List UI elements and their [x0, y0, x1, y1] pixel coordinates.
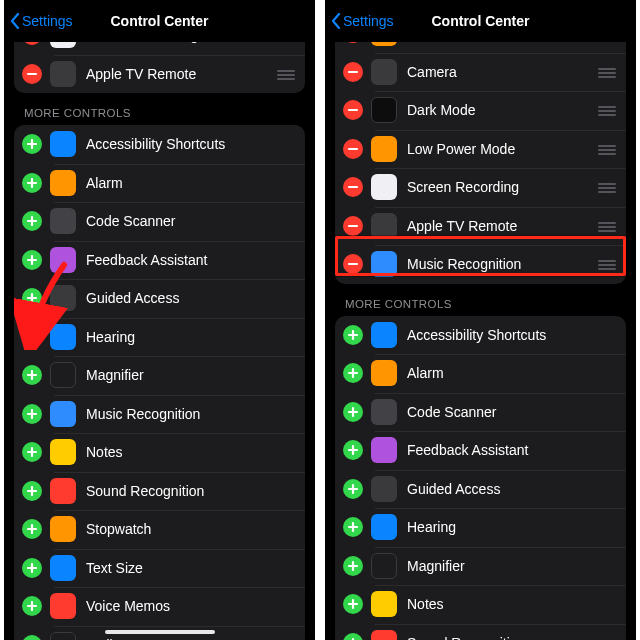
add-button[interactable] [343, 479, 363, 499]
app-icon [371, 213, 397, 239]
control-row: Music Recognition [335, 245, 626, 284]
app-icon [50, 131, 76, 157]
control-row: Notes [14, 433, 305, 472]
chevron-left-icon [331, 13, 341, 29]
app-icon [50, 632, 76, 640]
app-icon [50, 42, 76, 48]
control-label: Dark Mode [407, 102, 594, 118]
included-controls-card: Screen Recording Apple TV Remote [14, 42, 305, 93]
remove-button[interactable] [343, 62, 363, 82]
app-icon [50, 324, 76, 350]
control-label: Music Recognition [407, 256, 594, 272]
control-row: Feedback Assistant [14, 241, 305, 280]
control-row: Hearing [14, 318, 305, 357]
control-label: Voice Memos [86, 598, 295, 614]
control-label: Accessibility Shortcuts [407, 327, 616, 343]
add-button[interactable] [343, 556, 363, 576]
control-label: Accessibility Shortcuts [86, 136, 295, 152]
more-controls-card: Accessibility Shortcuts Alarm Code Scann… [335, 316, 626, 641]
add-button[interactable] [22, 250, 42, 270]
remove-button[interactable] [22, 64, 42, 84]
app-icon [50, 401, 76, 427]
control-label: Sound Recognition [407, 635, 616, 640]
more-controls-card: Accessibility Shortcuts Alarm Code Scann… [14, 125, 305, 640]
add-button[interactable] [343, 363, 363, 383]
back-label: Settings [22, 13, 73, 29]
control-row: Accessibility Shortcuts [14, 125, 305, 164]
control-label: Feedback Assistant [407, 442, 616, 458]
add-button[interactable] [22, 134, 42, 154]
section-more-controls: MORE CONTROLS [325, 284, 636, 316]
add-button[interactable] [22, 365, 42, 385]
included-controls-card: Calculator Camera Dark Mode Low Power Mo… [335, 42, 626, 284]
add-button[interactable] [22, 327, 42, 347]
app-icon [371, 514, 397, 540]
add-button[interactable] [22, 173, 42, 193]
control-row: Sound Recognition [14, 472, 305, 511]
control-label: Code Scanner [407, 404, 616, 420]
drag-handle-icon[interactable] [594, 143, 616, 155]
add-button[interactable] [22, 442, 42, 462]
control-label: Stopwatch [86, 521, 295, 537]
drag-handle-icon[interactable] [594, 66, 616, 78]
control-label: Music Recognition [86, 406, 295, 422]
control-row: Code Scanner [335, 393, 626, 432]
back-button[interactable]: Settings [331, 13, 394, 29]
control-row: Screen Recording [14, 42, 305, 55]
add-button[interactable] [22, 481, 42, 501]
control-label: Apple TV Remote [86, 66, 273, 82]
control-row: Magnifier [335, 547, 626, 586]
navbar: Settings Control Center [4, 0, 315, 42]
add-button[interactable] [343, 325, 363, 345]
add-button[interactable] [343, 633, 363, 640]
add-button[interactable] [22, 288, 42, 308]
add-button[interactable] [343, 594, 363, 614]
remove-button[interactable] [343, 139, 363, 159]
back-button[interactable]: Settings [10, 13, 73, 29]
drag-handle-icon[interactable] [273, 68, 295, 80]
remove-button[interactable] [343, 254, 363, 274]
control-row: Low Power Mode [335, 130, 626, 169]
control-label: Feedback Assistant [86, 252, 295, 268]
drag-handle-icon[interactable] [594, 258, 616, 270]
control-row: Accessibility Shortcuts [335, 316, 626, 355]
control-label: Apple TV Remote [407, 218, 594, 234]
app-icon [371, 476, 397, 502]
add-button[interactable] [22, 211, 42, 231]
control-label: Guided Access [86, 290, 295, 306]
control-row: Alarm [14, 164, 305, 203]
add-button[interactable] [22, 404, 42, 424]
control-row: Screen Recording [335, 168, 626, 207]
add-button[interactable] [343, 440, 363, 460]
remove-button[interactable] [343, 100, 363, 120]
app-icon [371, 59, 397, 85]
add-button[interactable] [22, 519, 42, 539]
app-icon [371, 322, 397, 348]
scroll-area-left: Screen Recording Apple TV Remote MORE CO… [4, 42, 315, 640]
app-icon [371, 630, 397, 640]
control-label: Low Power Mode [407, 141, 594, 157]
app-icon [371, 174, 397, 200]
control-label: Code Scanner [86, 213, 295, 229]
add-button[interactable] [22, 635, 42, 640]
remove-button[interactable] [22, 42, 42, 45]
add-button[interactable] [22, 558, 42, 578]
remove-button[interactable] [343, 216, 363, 236]
control-row: Magnifier [14, 356, 305, 395]
add-button[interactable] [343, 517, 363, 537]
app-icon [50, 555, 76, 581]
app-icon [50, 593, 76, 619]
app-icon [50, 247, 76, 273]
app-icon [371, 553, 397, 579]
control-label: Screen Recording [86, 42, 273, 43]
remove-button[interactable] [343, 177, 363, 197]
drag-handle-icon[interactable] [594, 181, 616, 193]
app-icon [371, 251, 397, 277]
control-label: Camera [407, 64, 594, 80]
drag-handle-icon[interactable] [594, 104, 616, 116]
add-button[interactable] [22, 596, 42, 616]
add-button[interactable] [343, 402, 363, 422]
control-row: Alarm [335, 354, 626, 393]
remove-button[interactable] [343, 42, 363, 43]
drag-handle-icon[interactable] [594, 220, 616, 232]
